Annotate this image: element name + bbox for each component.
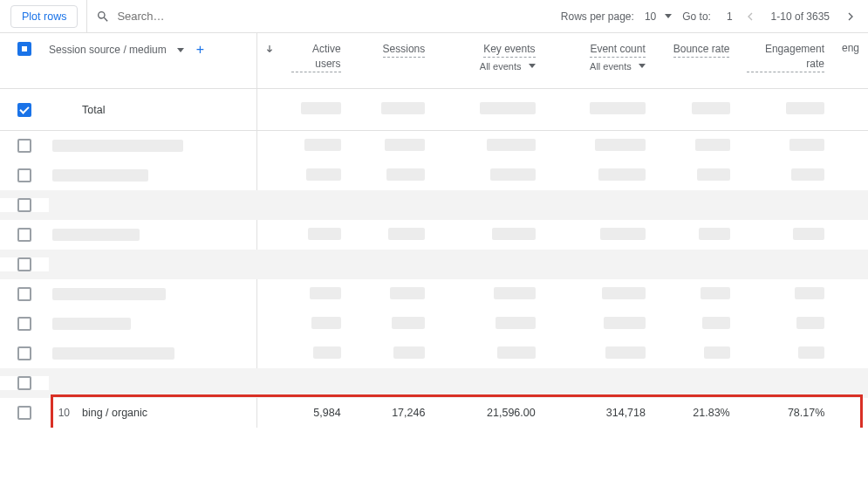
total-row: Total — [0, 89, 868, 131]
metric-headers: Active users Sessions Key events All eve… — [256, 42, 868, 72]
cell-active-users: 5,984 — [283, 407, 350, 419]
col-bounce-rate[interactable]: Bounce rate — [654, 42, 739, 72]
toolbar: Plot rows Rows per page: 10 Go to: 1 1-1… — [0, 0, 868, 33]
table-row — [0, 339, 868, 368]
prev-page-button[interactable] — [743, 10, 757, 24]
cell-sessions: 17,246 — [350, 407, 434, 419]
dimension-label: Session source / medium — [49, 44, 167, 56]
rows-per-page-label: Rows per page: — [561, 10, 634, 23]
search-icon — [96, 10, 110, 24]
search-input[interactable] — [117, 10, 263, 23]
select-all-checkbox-cell — [0, 42, 49, 56]
table-row — [0, 368, 868, 398]
search-field[interactable] — [96, 10, 551, 24]
table-row — [0, 131, 868, 161]
col-truncated[interactable]: eng — [833, 42, 868, 72]
page-range: 1-10 of 3635 — [771, 10, 830, 23]
chevron-down-icon — [665, 14, 672, 18]
row-checkbox[interactable] — [17, 139, 31, 153]
next-page-button[interactable] — [844, 10, 858, 24]
col-engagement-rate[interactable]: Engagement rate — [738, 42, 833, 72]
dimension-header[interactable]: Session source / medium + — [49, 42, 256, 58]
chevron-down-icon — [639, 64, 646, 68]
table-row: 10 bing / organic 5,984 17,246 21,596.00… — [0, 398, 868, 428]
row-checkbox[interactable] — [17, 257, 31, 271]
cell-key-events: 21,596.00 — [434, 407, 543, 419]
cell-bounce-rate: 21.83% — [654, 407, 739, 419]
row-checkbox[interactable] — [17, 287, 31, 301]
column-header-row: Session source / medium + Active users S… — [0, 33, 868, 89]
row-checkbox[interactable] — [17, 406, 31, 420]
table-row — [0, 161, 868, 190]
table-body: Total — [0, 89, 868, 428]
col-active-users[interactable]: Active users — [283, 42, 350, 72]
row-index: 10 — [49, 407, 75, 419]
col-sessions[interactable]: Sessions — [350, 42, 434, 72]
table-row — [0, 309, 868, 339]
row-checkbox[interactable] — [17, 198, 31, 212]
col-key-events[interactable]: Key events All events — [434, 42, 543, 72]
pagination: Rows per page: 10 Go to: 1 1-10 of 3635 — [561, 10, 858, 24]
row-label[interactable]: bing / organic — [82, 407, 256, 419]
row-checkbox[interactable] — [17, 228, 31, 242]
table-row — [0, 220, 868, 250]
chevron-down-icon — [177, 48, 184, 52]
chevron-down-icon — [529, 64, 536, 68]
row-checkbox[interactable] — [17, 346, 31, 360]
redacted-values — [256, 102, 868, 117]
rows-per-page-select[interactable]: 10 — [645, 10, 672, 23]
divider — [86, 0, 87, 32]
select-all-checkbox[interactable] — [17, 42, 31, 56]
row-checkbox[interactable] — [17, 168, 31, 182]
row-checkbox[interactable] — [17, 376, 31, 390]
sort-indicator[interactable] — [256, 42, 283, 72]
row-label: Total — [82, 104, 256, 116]
row-checkbox[interactable] — [17, 103, 31, 117]
table-row — [0, 279, 868, 309]
table-row — [0, 190, 868, 220]
row-checkbox[interactable] — [17, 317, 31, 331]
cell-engagement-rate: 78.17% — [739, 407, 834, 419]
table-row — [0, 250, 868, 279]
cell-event-count: 314,718 — [544, 407, 654, 419]
add-dimension-button[interactable]: + — [191, 42, 204, 58]
plot-rows-button[interactable]: Plot rows — [10, 5, 78, 28]
arrow-down-icon — [263, 44, 276, 56]
rows-per-page-value: 10 — [645, 10, 656, 23]
goto-label: Go to: — [682, 10, 711, 23]
goto-input[interactable]: 1 — [721, 10, 733, 23]
col-event-count[interactable]: Event count All events — [544, 42, 654, 72]
